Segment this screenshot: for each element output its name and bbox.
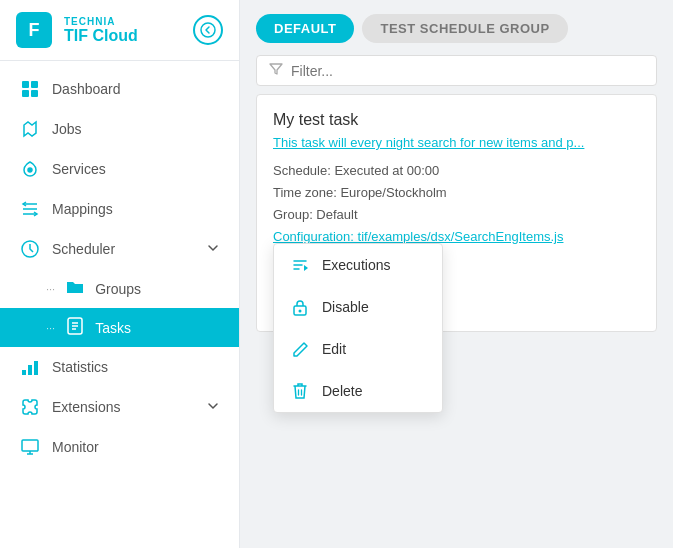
filter-input[interactable]	[291, 63, 644, 79]
dropdown-item-edit[interactable]: Edit	[274, 328, 442, 370]
tasks-icon	[65, 316, 85, 339]
dropdown-executions-label: Executions	[322, 257, 390, 273]
sidebar-item-jobs-label: Jobs	[52, 121, 82, 137]
task-card: My test task This task will every night …	[256, 94, 657, 332]
brand-text: TECHNIA TIF Cloud	[64, 16, 138, 45]
nav-back-button[interactable]	[193, 15, 223, 45]
task-group: Group: Default	[273, 204, 640, 226]
svg-rect-8	[22, 370, 26, 375]
dropdown-item-disable[interactable]: Disable	[274, 286, 442, 328]
ellipsis-icon2: ···	[46, 322, 55, 334]
sidebar-item-mappings[interactable]: Mappings	[0, 189, 239, 229]
scheduler-icon	[20, 239, 40, 259]
svg-rect-10	[34, 361, 38, 375]
tab-test-schedule-group[interactable]: TEST SCHEDULE GROUP	[362, 14, 567, 43]
sidebar-item-extensions-label: Extensions	[52, 399, 120, 415]
sidebar-item-dashboard-label: Dashboard	[52, 81, 121, 97]
svg-point-14	[299, 310, 302, 313]
task-title: My test task	[273, 111, 640, 129]
task-schedule: Schedule: Executed at 00:00	[273, 160, 640, 182]
dashboard-icon	[20, 79, 40, 99]
mappings-icon	[20, 199, 40, 219]
services-icon	[20, 159, 40, 179]
filter-bar	[256, 55, 657, 86]
brand-product: TIF Cloud	[64, 27, 138, 45]
extensions-expand-icon	[207, 400, 219, 415]
extensions-icon	[20, 397, 40, 417]
sidebar-item-extensions[interactable]: Extensions	[0, 387, 239, 427]
svg-rect-4	[31, 90, 38, 97]
sidebar-item-statistics-label: Statistics	[52, 359, 108, 375]
svg-point-0	[201, 23, 215, 37]
main-content: DEFAULT TEST SCHEDULE GROUP My test task…	[240, 0, 673, 548]
svg-point-5	[28, 168, 32, 172]
sidebar-nav: Dashboard Jobs Services Mappings	[0, 61, 239, 548]
dropdown-disable-label: Disable	[322, 299, 369, 315]
filter-icon	[269, 62, 283, 79]
sidebar-item-statistics[interactable]: Statistics	[0, 347, 239, 387]
sidebar-item-mappings-label: Mappings	[52, 201, 113, 217]
sidebar: F TECHNIA TIF Cloud Dashboard Jobs	[0, 0, 240, 548]
statistics-icon	[20, 357, 40, 377]
dropdown-delete-label: Delete	[322, 383, 362, 399]
sidebar-item-dashboard[interactable]: Dashboard	[0, 69, 239, 109]
monitor-icon	[20, 437, 40, 457]
executions-icon	[290, 255, 310, 275]
sidebar-item-groups[interactable]: ··· Groups	[0, 269, 239, 308]
sidebar-item-scheduler-label: Scheduler	[52, 241, 115, 257]
sidebar-item-services-label: Services	[52, 161, 106, 177]
ellipsis-icon: ···	[46, 283, 55, 295]
svg-rect-2	[31, 81, 38, 88]
sidebar-item-monitor[interactable]: Monitor	[0, 427, 239, 467]
dropdown-item-executions[interactable]: Executions	[274, 244, 442, 286]
folder-icon	[65, 277, 85, 300]
trash-icon	[290, 381, 310, 401]
tab-default[interactable]: DEFAULT	[256, 14, 354, 43]
sidebar-item-scheduler[interactable]: Scheduler	[0, 229, 239, 269]
brand-name: TECHNIA	[64, 16, 138, 27]
svg-marker-12	[304, 265, 308, 271]
task-timezone: Time zone: Europe/Stockholm	[273, 182, 640, 204]
logo-box: F	[16, 12, 52, 48]
sidebar-item-monitor-label: Monitor	[52, 439, 99, 455]
dropdown-item-delete[interactable]: Delete	[274, 370, 442, 412]
sidebar-item-jobs[interactable]: Jobs	[0, 109, 239, 149]
sidebar-item-tasks[interactable]: ··· Tasks	[0, 308, 239, 347]
svg-rect-3	[22, 90, 29, 97]
svg-rect-9	[28, 365, 32, 375]
edit-icon	[290, 339, 310, 359]
scheduler-expand-icon	[207, 242, 219, 257]
sidebar-header: F TECHNIA TIF Cloud	[0, 0, 239, 61]
dropdown-edit-label: Edit	[322, 341, 346, 357]
lock-icon	[290, 297, 310, 317]
svg-rect-11	[22, 440, 38, 451]
back-icon	[200, 22, 216, 38]
sidebar-item-services[interactable]: Services	[0, 149, 239, 189]
svg-rect-1	[22, 81, 29, 88]
jobs-icon	[20, 119, 40, 139]
sidebar-item-tasks-label: Tasks	[95, 320, 131, 336]
logo-letter: F	[29, 20, 40, 41]
tab-bar: DEFAULT TEST SCHEDULE GROUP	[240, 0, 673, 43]
actions-dropdown: Executions Disable Edit De	[273, 243, 443, 413]
sidebar-item-groups-label: Groups	[95, 281, 141, 297]
task-description[interactable]: This task will every night search for ne…	[273, 135, 640, 150]
